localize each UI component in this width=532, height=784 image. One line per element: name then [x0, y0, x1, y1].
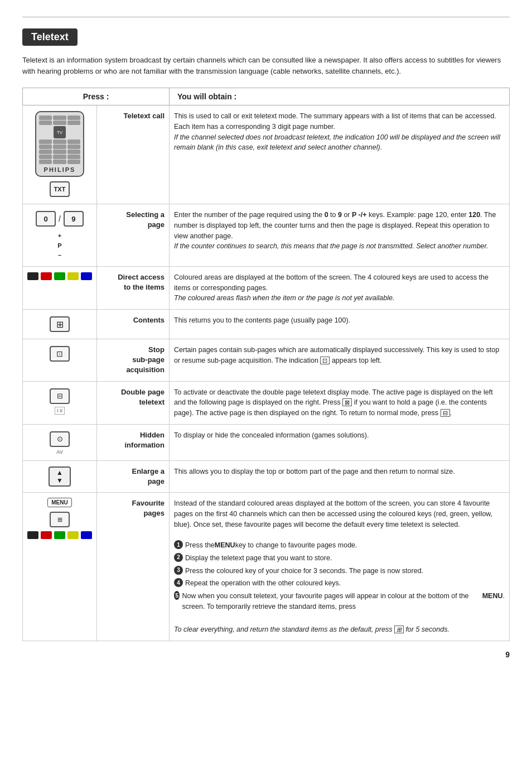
enlarge-button: ▲ ▼	[49, 466, 71, 487]
desc-hidden: To display or hide the concealed informa…	[170, 424, 510, 460]
remote-visual: TV PHILIPS	[35, 111, 84, 177]
table-row: ▲ ▼ Enlarge apage This allows you to dis…	[23, 460, 510, 492]
action-label-hidden: Hiddeninformation	[97, 424, 170, 460]
action-label-favourite: Favouritepages	[97, 493, 170, 641]
action-label-contents: Contents	[97, 310, 170, 339]
table-row: Direct accessto the items Coloured areas…	[23, 266, 510, 309]
table-row: ⊙ AV Hiddeninformation To display or hid…	[23, 424, 510, 460]
fav-color-keys	[27, 531, 92, 539]
color-keys-visual	[27, 272, 92, 280]
desc-teletext: This is used to call or exit teletext mo…	[170, 105, 510, 204]
table-row: ⊞ Contents This returns you to the conte…	[23, 310, 510, 339]
fav-teletext-button: ⊞	[50, 512, 70, 527]
header-obtain: You will obtain :	[170, 88, 510, 105]
action-label-teletext: Teletext call	[97, 105, 170, 204]
philips-logo: PHILIPS	[38, 166, 81, 173]
action-label-direct: Direct accessto the items	[97, 266, 170, 309]
stop-button: ⊡	[50, 346, 70, 362]
teletext-button: TXT	[50, 181, 70, 197]
double-page-button: ⊟	[50, 388, 70, 404]
desc-double: To activate or deactivate the double pag…	[170, 381, 510, 424]
table-row: ⊡ Stopsub-pageacquisition Certain pages …	[23, 339, 510, 382]
desc-enlarge: This allows you to display the top or bo…	[170, 460, 510, 492]
hidden-button: ⊙	[50, 431, 70, 447]
action-label-selecting: Selecting apage	[97, 204, 170, 267]
page-title: Teletext	[22, 28, 78, 46]
desc-selecting: Enter the number of the page required us…	[170, 204, 510, 267]
table-row: MENU ⊞ Favouritepages Instead of the sta…	[23, 493, 510, 641]
table-row: ⊟ I II Double pageteletext To activate o…	[23, 381, 510, 424]
desc-favourite: Instead of the standard coloured areas d…	[170, 493, 510, 641]
table-row: TV PHILIPS TXT Teletext call	[23, 105, 510, 204]
num0-button: 0	[36, 211, 56, 227]
header-press: Press :	[23, 88, 170, 105]
action-label-stop: Stopsub-pageacquisition	[97, 339, 170, 382]
table-row: 0 / 9 + P – Selecting apage Enter the nu…	[23, 204, 510, 267]
menu-button: MENU	[47, 498, 71, 507]
num9-button: 9	[64, 211, 84, 227]
action-label-enlarge: Enlarge apage	[97, 460, 170, 492]
desc-direct: Coloured areas are displayed at the bott…	[170, 266, 510, 309]
contents-button: ⊞	[50, 316, 70, 332]
page-number: 9	[22, 650, 510, 659]
desc-contents: This returns you to the contents page (u…	[170, 310, 510, 339]
desc-stop: Certain pages contain sub-pages which ar…	[170, 339, 510, 382]
action-label-double: Double pageteletext	[97, 381, 170, 424]
intro-text: Teletext is an information system broadc…	[22, 55, 502, 76]
